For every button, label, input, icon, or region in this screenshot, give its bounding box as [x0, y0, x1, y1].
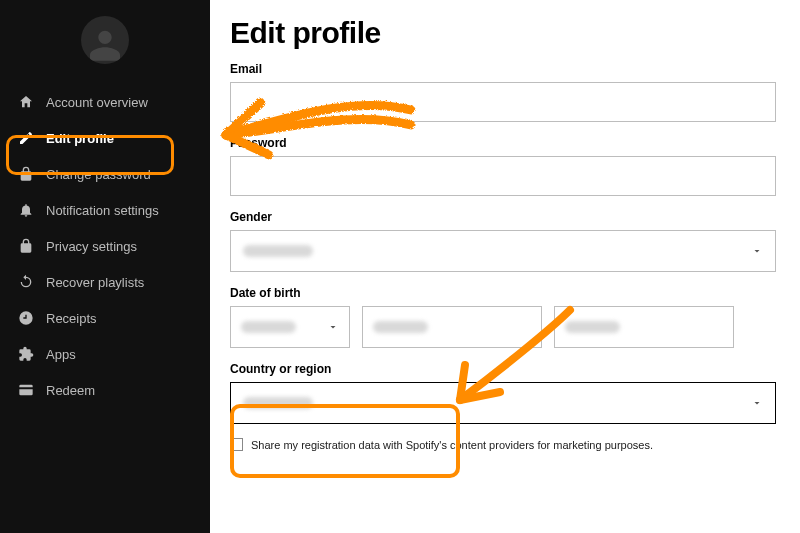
card-icon: [18, 382, 34, 398]
dob-year-input[interactable]: [554, 306, 734, 348]
email-label: Email: [230, 62, 776, 76]
sidebar-item-privacy-settings[interactable]: Privacy settings: [0, 228, 210, 264]
gender-select[interactable]: [230, 230, 776, 272]
lock-icon: [18, 238, 34, 254]
share-data-row: Share my registration data with Spotify'…: [230, 438, 776, 451]
sidebar-item-receipts[interactable]: Receipts: [0, 300, 210, 336]
puzzle-icon: [18, 346, 34, 362]
chevron-down-icon: [751, 245, 763, 257]
sidebar-list: Account overview Edit profile Change pas…: [0, 84, 210, 408]
refresh-icon: [18, 274, 34, 290]
sidebar: Account overview Edit profile Change pas…: [0, 0, 210, 533]
dob-label: Date of birth: [230, 286, 776, 300]
dob-month-redacted: [241, 321, 296, 333]
gender-label: Gender: [230, 210, 776, 224]
sidebar-item-label: Account overview: [46, 95, 148, 110]
sidebar-item-label: Apps: [46, 347, 76, 362]
chevron-down-icon: [327, 321, 339, 333]
sidebar-item-redeem[interactable]: Redeem: [0, 372, 210, 408]
sidebar-item-label: Recover playlists: [46, 275, 144, 290]
sidebar-item-apps[interactable]: Apps: [0, 336, 210, 372]
chevron-down-icon: [751, 397, 763, 409]
main-content: Edit profile Email Password Gender Date …: [210, 0, 800, 533]
share-data-checkbox[interactable]: [230, 438, 243, 451]
country-label: Country or region: [230, 362, 776, 376]
pencil-icon: [18, 130, 34, 146]
sidebar-item-account-overview[interactable]: Account overview: [0, 84, 210, 120]
sidebar-item-label: Receipts: [46, 311, 97, 326]
dob-month-select[interactable]: [230, 306, 350, 348]
field-gender: Gender: [230, 210, 776, 272]
gender-value-redacted: [243, 245, 313, 257]
bell-icon: [18, 202, 34, 218]
lock-icon: [18, 166, 34, 182]
share-data-label: Share my registration data with Spotify'…: [251, 439, 653, 451]
clock-icon: [18, 310, 34, 326]
dob-day-input[interactable]: [362, 306, 542, 348]
sidebar-item-label: Edit profile: [46, 131, 114, 146]
field-dob: Date of birth: [230, 286, 776, 348]
sidebar-item-label: Redeem: [46, 383, 95, 398]
dob-day-redacted: [373, 321, 428, 333]
field-country: Country or region: [230, 362, 776, 424]
email-input[interactable]: [230, 82, 776, 122]
sidebar-item-recover-playlists[interactable]: Recover playlists: [0, 264, 210, 300]
country-select[interactable]: [230, 382, 776, 424]
sidebar-item-label: Change password: [46, 167, 151, 182]
dob-row: [230, 306, 776, 348]
avatar-wrap: [0, 16, 210, 64]
home-icon: [18, 94, 34, 110]
field-email: Email: [230, 62, 776, 122]
dob-year-redacted: [565, 321, 620, 333]
sidebar-item-edit-profile[interactable]: Edit profile: [0, 120, 210, 156]
avatar[interactable]: [81, 16, 129, 64]
page-title: Edit profile: [230, 16, 776, 50]
sidebar-item-label: Notification settings: [46, 203, 159, 218]
password-input[interactable]: [230, 156, 776, 196]
field-password: Password: [230, 136, 776, 196]
password-label: Password: [230, 136, 776, 150]
country-value-redacted: [243, 397, 313, 409]
sidebar-item-label: Privacy settings: [46, 239, 137, 254]
sidebar-item-notification-settings[interactable]: Notification settings: [0, 192, 210, 228]
sidebar-item-change-password[interactable]: Change password: [0, 156, 210, 192]
app-root: Account overview Edit profile Change pas…: [0, 0, 800, 533]
